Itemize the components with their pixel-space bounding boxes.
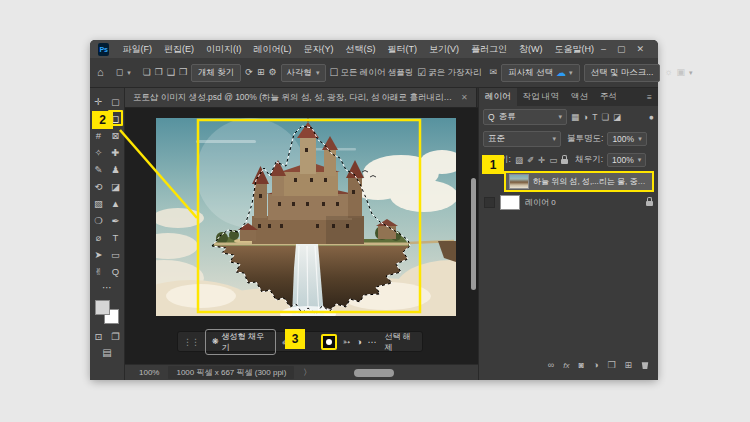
lock-position-icon[interactable]: ✛ xyxy=(538,155,545,165)
zoom-tool[interactable]: Q xyxy=(108,263,123,280)
object-finder-button[interactable]: 개체 찾기 xyxy=(191,64,241,82)
lock-pixels-icon[interactable]: ✐ xyxy=(527,155,534,165)
intersect-selection-icon[interactable]: ❒ xyxy=(179,68,187,77)
crop-tool[interactable]: # xyxy=(91,127,106,144)
menu-image[interactable]: 이미지(I) xyxy=(201,43,247,56)
lock-artboard-icon[interactable]: ▭ xyxy=(549,155,557,165)
chevron-down-icon[interactable]: ▾ xyxy=(127,69,131,77)
adjustment-layer-icon[interactable]: ◑ xyxy=(593,360,598,370)
deselect-button[interactable]: 선택 해제 xyxy=(385,331,417,353)
canvas[interactable]: ⋮⋮ ❋ 생성형 채우기 ✐ ➳ ◑ ⋯ 선택 해제 3 xyxy=(125,108,478,364)
layer-name[interactable]: 레이어 0 xyxy=(525,197,556,208)
filter-adjustment-icon[interactable]: ◑ xyxy=(583,112,588,122)
document-tab[interactable]: 포토샵 이미지 생성.psd @ 100% (하늘 위의 섬, 성, 광장, 다… xyxy=(125,88,477,107)
select-and-mask-button[interactable]: 선택 및 마스크... xyxy=(584,64,661,82)
brush-tool[interactable]: ✎ xyxy=(91,161,106,178)
tab-layers[interactable]: 레이어 xyxy=(479,88,517,106)
menu-layer[interactable]: 레이어(L) xyxy=(248,43,296,56)
discover-icon[interactable]: ☼ xyxy=(664,68,672,77)
tab-close-icon[interactable]: ✕ xyxy=(461,93,468,102)
horizontal-scrollbar[interactable] xyxy=(354,369,394,377)
fill-value[interactable]: 100% ▾ xyxy=(607,153,646,167)
add-mask-icon[interactable] xyxy=(321,334,336,350)
edit-toolbar-icon[interactable]: ⋯ xyxy=(100,280,115,294)
menu-edit[interactable]: 편집(E) xyxy=(159,43,199,56)
path-selection-tool[interactable]: ➤ xyxy=(91,246,106,263)
gear-icon[interactable]: ⚙ xyxy=(268,68,276,77)
menu-window[interactable]: 창(W) xyxy=(514,43,548,56)
maximize-button[interactable]: ▢ xyxy=(617,44,626,54)
panel-menu-icon[interactable]: ≡ xyxy=(641,88,658,106)
tab-actions[interactable]: 액션 xyxy=(565,88,594,106)
menu-file[interactable]: 파일(F) xyxy=(117,43,157,56)
marquee-tool[interactable]: ▢ xyxy=(108,93,123,110)
menu-type[interactable]: 문자(Y) xyxy=(298,43,338,56)
pen-tool[interactable]: ✒ xyxy=(108,212,123,229)
tool-preset-icon[interactable]: ◻ xyxy=(116,68,123,77)
layer-row[interactable]: 레이어 0 xyxy=(479,192,658,212)
rectangle-tool[interactable]: ▭ xyxy=(108,246,123,263)
color-swatches[interactable] xyxy=(95,300,119,324)
status-chevron-icon[interactable]: 〉 xyxy=(303,367,311,378)
opacity-value[interactable]: 100% ▾ xyxy=(607,132,646,146)
filter-type-icon[interactable]: T xyxy=(592,112,597,122)
chevron-down-icon[interactable]: ▾ xyxy=(689,69,693,77)
lock-transparency-icon[interactable]: ▨ xyxy=(515,155,523,165)
vertical-scrollbar[interactable] xyxy=(471,178,476,290)
select-subject-button[interactable]: 피사체 선택 ☁ ▾ xyxy=(501,64,579,82)
feedback-icon[interactable]: ✉ xyxy=(490,68,498,77)
drag-handle-icon[interactable]: ⋮⋮ xyxy=(183,337,199,347)
screen-mode-icon[interactable]: ❐ xyxy=(108,328,123,345)
generative-fill-button[interactable]: ❋ 생성형 채우기 xyxy=(205,329,276,355)
type-tool[interactable]: T xyxy=(108,229,123,246)
workspace-icon[interactable]: ▣ xyxy=(677,68,686,77)
more-options-icon[interactable]: ⋯ xyxy=(368,337,377,347)
layer-row-selected[interactable]: 하늘 위의 섬, 성,...리는 물, 중세 스타일 xyxy=(504,171,654,192)
add-mask-icon[interactable]: ◙ xyxy=(579,360,584,370)
dodge-tool[interactable]: ❍ xyxy=(91,212,106,229)
screen-options-icon[interactable]: ▤ xyxy=(100,345,115,359)
visibility-toggle[interactable] xyxy=(484,197,495,208)
frame-tool[interactable]: ⊠ xyxy=(108,127,123,144)
eyedropper-tool[interactable]: ✧ xyxy=(91,144,106,161)
new-layer-icon[interactable]: ⊞ xyxy=(624,360,632,370)
tab-history[interactable]: 작업 내역 xyxy=(517,88,565,106)
layer-thumbnail[interactable] xyxy=(500,195,520,210)
add-selection-icon[interactable]: ❐ xyxy=(155,68,163,77)
menu-filter[interactable]: 필터(T) xyxy=(382,43,422,56)
filter-smart-object-icon[interactable]: ◪ xyxy=(613,112,621,122)
filter-shape-icon[interactable]: ❏ xyxy=(601,112,609,122)
adjustment-icon[interactable]: ◑ xyxy=(356,337,361,347)
menu-select[interactable]: 선택(S) xyxy=(340,43,380,56)
home-icon[interactable]: ⌂ xyxy=(97,67,104,78)
show-all-objects-icon[interactable]: ⊞ xyxy=(257,68,265,77)
hard-edge-checkbox[interactable]: ☑ 굵은 가장자리 xyxy=(417,67,481,79)
filter-pixel-layers-icon[interactable]: ▦ xyxy=(571,112,579,122)
subtract-selection-icon[interactable]: ❑ xyxy=(167,68,175,77)
mode-select[interactable]: 사각형 ▾ xyxy=(281,64,326,82)
refresh-icon[interactable]: ⟳ xyxy=(245,68,253,77)
link-layers-icon[interactable]: ∞ xyxy=(548,360,554,370)
eraser-tool[interactable]: ◪ xyxy=(108,178,123,195)
layer-thumbnail[interactable] xyxy=(509,174,529,189)
menu-plugins[interactable]: 플러그인 xyxy=(466,43,512,56)
history-brush-tool[interactable]: ⟲ xyxy=(91,178,106,195)
sample-all-layers-checkbox[interactable]: ☐ 모든 레이어 샘플링 xyxy=(330,67,414,79)
blur-tool[interactable]: ▲ xyxy=(108,195,123,212)
move-tool[interactable]: ✛ xyxy=(91,93,106,110)
menu-view[interactable]: 보기(V) xyxy=(424,43,464,56)
hand-tool[interactable]: ✌ xyxy=(91,263,106,280)
blend-mode-select[interactable]: 표준 ▾ xyxy=(483,131,561,147)
feather-icon[interactable]: ➳ xyxy=(343,337,351,347)
quick-mask-icon[interactable]: ⊡ xyxy=(91,328,106,345)
foreground-color[interactable] xyxy=(95,300,110,315)
clone-stamp-tool[interactable]: ♟ xyxy=(108,161,123,178)
filter-toggle-icon[interactable]: ● xyxy=(649,112,654,122)
lock-all-icon[interactable] xyxy=(561,159,568,164)
tab-notes[interactable]: 주석 xyxy=(594,88,623,106)
close-button[interactable]: ✕ xyxy=(636,44,644,54)
zoom-level[interactable]: 100% xyxy=(139,368,159,377)
filter-type-select[interactable]: Q 종류 ▾ xyxy=(483,109,567,125)
spot-healing-tool[interactable]: ✚ xyxy=(108,144,123,161)
group-layers-icon[interactable]: ❒ xyxy=(607,360,615,370)
